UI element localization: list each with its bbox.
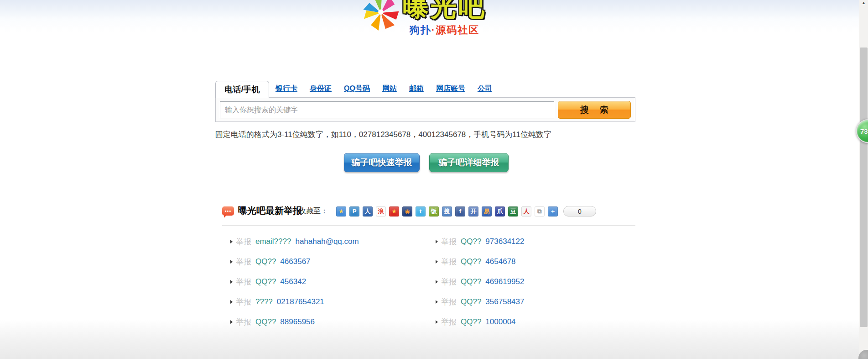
report-prefix: 举报 bbox=[236, 237, 251, 247]
site-title: 曝光吧 bbox=[403, 0, 486, 20]
report-link[interactable]: 举报 QQ?? 4654678 bbox=[436, 252, 524, 272]
report-link[interactable]: 举报 ???? 02187654321 bbox=[230, 292, 359, 312]
report-value[interactable]: 973634122 bbox=[485, 237, 524, 246]
report-link[interactable]: 举报 QQ?? 356758437 bbox=[436, 292, 524, 312]
share-to-label: 收藏至： bbox=[299, 206, 328, 216]
report-prefix: 举报 bbox=[441, 237, 457, 247]
report-link[interactable]: 举报 QQ?? 469619952 bbox=[436, 272, 524, 292]
tab-shop-account[interactable]: 网店账号 bbox=[436, 84, 465, 94]
bullet-icon bbox=[436, 260, 438, 264]
report-value[interactable]: 469619952 bbox=[485, 277, 524, 286]
report-value[interactable]: 456342 bbox=[280, 277, 306, 286]
bullet-icon bbox=[436, 300, 438, 304]
pengyou-share-icon[interactable]: P bbox=[349, 206, 359, 216]
subtitle-dot: · bbox=[431, 24, 436, 36]
tab-email[interactable]: 邮箱 bbox=[409, 84, 424, 94]
search-panel: 搜 索 bbox=[215, 97, 635, 122]
tab-qq-number[interactable]: QQ号码 bbox=[344, 84, 370, 94]
tab-website[interactable]: 网站 bbox=[382, 84, 397, 94]
sohu-weibo-share-icon[interactable]: 搜 bbox=[442, 206, 452, 216]
renren-share-icon[interactable]: 人 bbox=[363, 206, 373, 216]
report-type[interactable]: QQ?? bbox=[461, 317, 481, 327]
bullet-icon bbox=[230, 300, 233, 304]
report-prefix: 举报 bbox=[236, 317, 251, 327]
baidu-cang-share-icon[interactable]: 爪 bbox=[495, 206, 505, 216]
report-type[interactable]: QQ?? bbox=[255, 277, 276, 286]
floating-green-badge[interactable]: 73 bbox=[856, 119, 868, 143]
tab-phone-active[interactable]: 电话/手机 bbox=[215, 81, 269, 98]
speech-bubble-icon: ••• bbox=[222, 206, 234, 216]
report-prefix: 举报 bbox=[441, 277, 457, 287]
section-divider bbox=[222, 225, 635, 226]
starburst-logo-icon bbox=[362, 0, 400, 32]
scroll-up-arrow-icon[interactable]: ▲ bbox=[859, 0, 868, 5]
copy-share-icon[interactable]: ⧉ bbox=[535, 206, 545, 216]
subtitle-left: 狗扑 bbox=[410, 24, 431, 36]
detail-report-button[interactable]: 骗子吧详细举报 bbox=[429, 153, 509, 172]
share-count-badge: 0 bbox=[563, 206, 596, 216]
subtitle-right: 源码社区 bbox=[436, 24, 479, 36]
report-link[interactable]: 举报 email???? hahahah@qq.com bbox=[230, 232, 359, 252]
report-type[interactable]: QQ?? bbox=[461, 237, 481, 246]
report-value[interactable]: hahahah@qq.com bbox=[295, 237, 359, 246]
report-link[interactable]: 举报 QQ?? 1000004 bbox=[436, 312, 524, 332]
report-value[interactable]: 02187654321 bbox=[277, 297, 324, 306]
report-type[interactable]: QQ?? bbox=[461, 297, 481, 306]
qq-bookmark-share-icon[interactable]: ◉ bbox=[402, 206, 412, 216]
latest-reports-title: 曝光吧最新举报 bbox=[238, 205, 302, 217]
share-icons-row: ★ P 人 浪 ★ ◉ t 饭 搜 f 开 易 爪 豆 人 ⧉ ＋ 0 bbox=[336, 206, 596, 216]
report-value[interactable]: 4663567 bbox=[280, 257, 310, 266]
kaixin-share-icon[interactable]: 开 bbox=[468, 206, 478, 216]
netease-weibo-share-icon[interactable]: 易 bbox=[482, 206, 492, 216]
report-link[interactable]: 举报 QQ?? 4663567 bbox=[230, 252, 359, 272]
bullet-icon bbox=[230, 320, 233, 324]
share-more-share-icon[interactable]: ＋ bbox=[548, 206, 558, 216]
bullet-icon bbox=[230, 260, 233, 264]
twitter-share-icon[interactable]: t bbox=[416, 206, 426, 216]
report-value[interactable]: 4654678 bbox=[485, 257, 515, 266]
search-button[interactable]: 搜 索 bbox=[558, 101, 631, 119]
report-prefix: 举报 bbox=[236, 257, 251, 267]
tencent-weibo-share-icon[interactable]: ★ bbox=[389, 206, 399, 216]
report-link[interactable]: 举报 QQ?? 88965956 bbox=[230, 312, 359, 332]
report-value[interactable]: 1000004 bbox=[485, 317, 515, 327]
report-link[interactable]: 举报 QQ?? 456342 bbox=[230, 272, 359, 292]
fanfou-share-icon[interactable]: 饭 bbox=[429, 206, 439, 216]
report-type[interactable]: ???? bbox=[255, 297, 273, 306]
report-type[interactable]: email???? bbox=[255, 237, 291, 246]
report-prefix: 举报 bbox=[236, 297, 251, 307]
bullet-icon bbox=[436, 240, 438, 243]
search-input[interactable] bbox=[220, 101, 554, 118]
report-type[interactable]: QQ?? bbox=[255, 257, 276, 266]
report-value[interactable]: 88965956 bbox=[280, 317, 315, 327]
tab-bank-card[interactable]: 银行卡 bbox=[275, 84, 297, 94]
report-type[interactable]: QQ?? bbox=[255, 317, 276, 327]
report-type[interactable]: QQ?? bbox=[461, 257, 481, 266]
facebook-share-icon[interactable]: f bbox=[455, 206, 465, 216]
tab-id-card[interactable]: 身份证 bbox=[310, 84, 332, 94]
bullet-icon bbox=[436, 320, 438, 324]
report-prefix: 举报 bbox=[441, 317, 457, 327]
quick-report-button[interactable]: 骗子吧快速举报 bbox=[344, 153, 420, 172]
report-prefix: 举报 bbox=[236, 277, 251, 287]
renmin-weibo-share-icon[interactable]: 人 bbox=[521, 206, 531, 216]
site-subtitle: 狗扑·源码社区 bbox=[403, 23, 486, 37]
report-type[interactable]: QQ?? bbox=[461, 277, 481, 286]
sina-weibo-share-icon[interactable]: 浪 bbox=[376, 206, 386, 216]
report-link[interactable]: 举报 QQ?? 973634122 bbox=[436, 232, 524, 252]
qzone-share-icon[interactable]: ★ bbox=[336, 206, 346, 216]
browser-scrollbar[interactable]: ▲ bbox=[859, 0, 868, 359]
phone-format-hint: 固定电话的格式为3-11位纯数字，如110，027812345678，40012… bbox=[215, 129, 551, 140]
bullet-icon bbox=[436, 280, 438, 284]
search-category-tabs: 电话/手机 银行卡 身份证 QQ号码 网站 邮箱 网店账号 公司 bbox=[215, 81, 492, 98]
site-logo: 曝光吧 狗扑·源码社区 bbox=[362, 0, 486, 37]
scrollbar-thumb[interactable] bbox=[860, 48, 868, 327]
douban-share-icon[interactable]: 豆 bbox=[508, 206, 518, 216]
tab-company[interactable]: 公司 bbox=[478, 84, 492, 94]
report-prefix: 举报 bbox=[441, 257, 457, 267]
bullet-icon bbox=[230, 240, 233, 243]
report-prefix: 举报 bbox=[441, 297, 457, 307]
report-list-right: 举报 QQ?? 973634122 举报 QQ?? 4654678 举报 QQ?… bbox=[436, 232, 524, 332]
bullet-icon bbox=[230, 280, 233, 284]
report-value[interactable]: 356758437 bbox=[485, 297, 524, 306]
